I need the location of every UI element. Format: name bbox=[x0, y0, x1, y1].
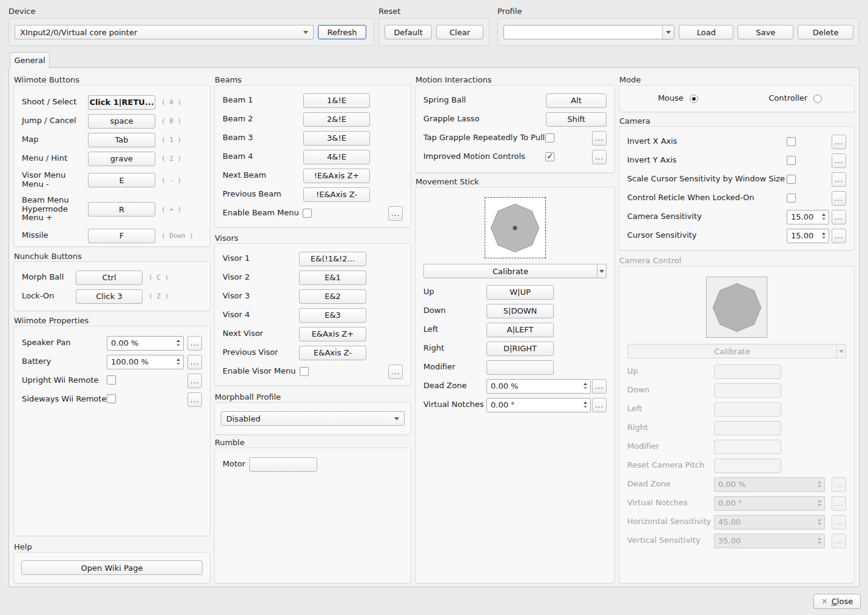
jump-cancel-mapping-button[interactable]: space bbox=[88, 114, 155, 129]
stick-virtual-notches-advanced-button[interactable]: ... bbox=[592, 398, 607, 412]
spin-arrows-icon[interactable] bbox=[173, 355, 183, 369]
enable-beam-menu-checkbox[interactable] bbox=[303, 209, 312, 218]
save-button[interactable]: Save bbox=[738, 25, 793, 39]
invert-x-advanced-button[interactable]: ... bbox=[832, 135, 846, 149]
load-button[interactable]: Load bbox=[679, 25, 733, 39]
control-reticle-checkbox[interactable] bbox=[787, 193, 796, 203]
clear-button[interactable]: Clear bbox=[436, 25, 483, 39]
enable-visor-menu-advanced-button[interactable]: ... bbox=[388, 365, 403, 379]
profile-combobox[interactable] bbox=[503, 25, 675, 39]
tap-grapple-checkbox[interactable] bbox=[545, 133, 554, 143]
camera-calibrate-dropdown-button[interactable] bbox=[837, 344, 846, 358]
stick-left-mapping-button[interactable]: A|LEFT bbox=[486, 323, 554, 337]
shoot-select-mapping-button[interactable]: Click 1|RETU... bbox=[88, 95, 155, 110]
camera-sensitivity-advanced-button[interactable]: ... bbox=[832, 210, 846, 224]
lock-on-mapping-button[interactable]: Click 3 bbox=[76, 289, 143, 304]
stick-dead-zone-advanced-button[interactable]: ... bbox=[592, 379, 607, 394]
scale-cursor-sensitivity-checkbox[interactable] bbox=[787, 175, 796, 184]
invert-x-axis-checkbox[interactable] bbox=[787, 137, 796, 146]
sideways-wii-remote-checkbox[interactable] bbox=[107, 394, 116, 403]
camera-dead-zone-advanced-button[interactable]: ... bbox=[832, 477, 846, 492]
map-mapping-button[interactable]: Tab bbox=[88, 133, 155, 147]
spin-arrows-icon[interactable] bbox=[580, 398, 590, 412]
stick-modifier-mapping-button[interactable] bbox=[486, 360, 554, 375]
stick-up-mapping-button[interactable]: W|UP bbox=[486, 285, 554, 300]
vertical-sensitivity-spinbox[interactable]: 35.00 bbox=[714, 534, 825, 548]
beam-1-mapping-button[interactable]: 1&!E bbox=[303, 93, 370, 108]
visor-4-mapping-button[interactable]: E&3 bbox=[299, 308, 366, 323]
grapple-lasso-mapping-button[interactable]: Shift bbox=[546, 112, 607, 127]
invert-y-advanced-button[interactable]: ... bbox=[832, 153, 846, 168]
beam-4-mapping-button[interactable]: 4&!E bbox=[303, 150, 370, 164]
sideways-advanced-button[interactable]: ... bbox=[187, 392, 202, 407]
spin-arrows-icon[interactable] bbox=[580, 380, 590, 393]
invert-y-axis-checkbox[interactable] bbox=[787, 156, 796, 165]
movement-calibrate-dropdown-button[interactable] bbox=[597, 264, 607, 278]
upright-wii-remote-checkbox[interactable] bbox=[107, 375, 116, 385]
visor-1-mapping-button[interactable]: E&(!1&!2... bbox=[299, 252, 366, 266]
morph-ball-mapping-button[interactable]: Ctrl bbox=[76, 271, 143, 285]
visor-menu-mapping-button[interactable]: E bbox=[88, 173, 155, 187]
improved-motion-controls-checkbox[interactable] bbox=[545, 152, 554, 161]
cursor-sensitivity-advanced-button[interactable]: ... bbox=[832, 229, 846, 243]
tap-grapple-advanced-button[interactable]: ... bbox=[592, 131, 607, 146]
visor-2-mapping-button[interactable]: E&1 bbox=[299, 271, 366, 285]
mode-option-mouse[interactable]: Mouse bbox=[619, 94, 737, 103]
visor-3-mapping-button[interactable]: E&2 bbox=[299, 289, 366, 304]
menu-hint-mapping-button[interactable]: grave bbox=[88, 152, 155, 166]
spin-arrows-icon[interactable] bbox=[819, 210, 829, 224]
camera-left-mapping-button[interactable] bbox=[714, 402, 781, 417]
enable-beam-menu-advanced-button[interactable]: ... bbox=[388, 206, 403, 221]
missile-mapping-button[interactable]: F bbox=[88, 229, 155, 243]
stick-dead-zone-spinbox[interactable]: 0.00 % bbox=[486, 379, 591, 394]
scale-cursor-advanced-button[interactable]: ... bbox=[832, 172, 846, 187]
spin-arrows-icon[interactable] bbox=[173, 337, 183, 350]
previous-visor-mapping-button[interactable]: E&Axis Z- bbox=[299, 346, 366, 360]
horizontal-sensitivity-spinbox[interactable]: 45.00 bbox=[714, 515, 825, 529]
camera-modifier-mapping-button[interactable] bbox=[714, 440, 781, 454]
spring-ball-mapping-button[interactable]: Alt bbox=[546, 93, 607, 108]
mode-mouse-radio[interactable] bbox=[690, 95, 698, 103]
mode-controller-radio[interactable] bbox=[813, 95, 822, 103]
camera-sensitivity-spinbox[interactable]: 15.00 bbox=[787, 210, 829, 224]
camera-virtual-notches-spinbox[interactable]: 0.00 ° bbox=[714, 496, 825, 511]
motor-mapping-button[interactable] bbox=[249, 457, 317, 472]
spin-arrows-icon[interactable] bbox=[815, 497, 824, 510]
default-button[interactable]: Default bbox=[385, 25, 432, 39]
beam-3-mapping-button[interactable]: 3&!E bbox=[303, 131, 370, 146]
stick-virtual-notches-spinbox[interactable]: 0.00 ° bbox=[486, 398, 591, 412]
device-combobox[interactable]: XInput2/0/Virtual core pointer bbox=[15, 25, 314, 39]
spin-arrows-icon[interactable] bbox=[815, 516, 824, 529]
refresh-button[interactable]: Refresh bbox=[318, 25, 366, 39]
improved-motion-advanced-button[interactable]: ... bbox=[592, 150, 607, 164]
spin-arrows-icon[interactable] bbox=[815, 478, 824, 491]
battery-spinbox[interactable]: 100.00 % bbox=[107, 355, 184, 369]
stick-down-mapping-button[interactable]: S|DOWN bbox=[486, 304, 554, 318]
tab-general[interactable]: General bbox=[10, 52, 50, 68]
battery-advanced-button[interactable]: ... bbox=[187, 355, 202, 369]
open-wiki-page-button[interactable]: Open Wiki Page bbox=[21, 560, 203, 575]
camera-dead-zone-spinbox[interactable]: 0.00 % bbox=[714, 477, 825, 492]
mode-option-controller[interactable]: Controller bbox=[737, 94, 855, 103]
camera-right-mapping-button[interactable] bbox=[714, 421, 781, 435]
horizontal-sensitivity-advanced-button[interactable]: ... bbox=[832, 515, 846, 529]
camera-virtual-notches-advanced-button[interactable]: ... bbox=[832, 496, 846, 511]
spin-arrows-icon[interactable] bbox=[819, 229, 829, 243]
next-visor-mapping-button[interactable]: E&Axis Z+ bbox=[299, 327, 366, 341]
movement-calibrate-button[interactable]: Calibrate bbox=[423, 264, 597, 278]
camera-calibrate-button[interactable]: Calibrate bbox=[627, 344, 837, 358]
upright-advanced-button[interactable]: ... bbox=[187, 374, 202, 388]
morphball-profile-combobox[interactable]: Disabled bbox=[221, 411, 405, 426]
camera-up-mapping-button[interactable] bbox=[714, 365, 781, 379]
control-reticle-advanced-button[interactable]: ... bbox=[832, 191, 846, 206]
beam-2-mapping-button[interactable]: 2&!E bbox=[303, 112, 370, 127]
beam-menu-mapping-button[interactable]: R bbox=[88, 202, 155, 217]
cursor-sensitivity-spinbox[interactable]: 15.00 bbox=[787, 229, 829, 243]
previous-beam-mapping-button[interactable]: !E&Axis Z- bbox=[303, 187, 370, 202]
stick-right-mapping-button[interactable]: D|RIGHT bbox=[486, 341, 554, 356]
next-beam-mapping-button[interactable]: !E&Axis Z+ bbox=[303, 169, 370, 183]
reset-camera-pitch-mapping-button[interactable] bbox=[714, 459, 781, 473]
spin-arrows-icon[interactable] bbox=[815, 534, 824, 548]
speaker-pan-spinbox[interactable]: 0.00 % bbox=[107, 336, 184, 351]
speaker-pan-advanced-button[interactable]: ... bbox=[187, 336, 202, 351]
